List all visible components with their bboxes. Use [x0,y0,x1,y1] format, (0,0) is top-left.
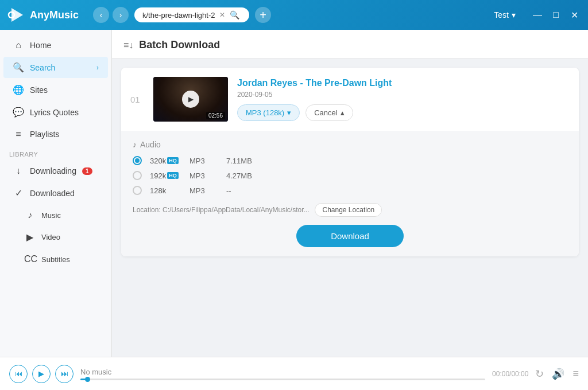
sidebar-item-playlists[interactable]: ≡ Playlists [3,124,108,145]
player-track-info: No music [80,368,485,380]
progress-bar[interactable] [80,379,485,380]
quality-row-320k: 320k HQ MP3 7.11MB [133,156,567,165]
player-play-button[interactable]: ▶ [32,365,51,383]
player-next-button[interactable]: ⏭ [55,365,74,383]
download-button[interactable]: Download [296,225,404,247]
player-queue-button[interactable]: ≡ [572,368,579,380]
search-chevron-icon: › [96,64,99,72]
size-128k: -- [226,186,231,195]
content-area: ≡↓ Batch Download 01 ▶ 02:56 Jordan Reye… [112,30,588,357]
player-repeat-button[interactable]: ↻ [535,368,544,380]
sidebar-item-downloaded[interactable]: ✓ Downloaded [3,182,108,204]
format-select-button[interactable]: MP3 (128k) ▾ [237,104,300,121]
player-bar: ⏮ ▶ ⏭ No music 00:00/00:00 ↻ 🔊 ≡ [0,357,588,390]
download-panel: ♪ Audio 320k HQ MP3 7.11MB [121,131,579,256]
sidebar-item-search[interactable]: 🔍 Search › [3,57,108,78]
tab-close-icon[interactable]: ✕ [219,11,225,19]
music-icon: ♪ [24,210,36,220]
sidebar-item-music[interactable]: ♪ Music [3,205,108,225]
sites-icon: 🌐 [13,84,24,95]
content-body: 01 ▶ 02:56 Jordan Reyes - The Pre-Dawn L… [112,58,588,357]
cancel-button[interactable]: Cancel ▴ [305,104,353,121]
logo-icon [7,6,25,24]
svg-marker-0 [11,8,23,22]
sidebar-item-sites[interactable]: 🌐 Sites [3,79,108,100]
downloaded-icon: ✓ [13,188,24,198]
subtitles-icon: CC [24,254,36,264]
format-dropdown-icon: ▾ [287,108,291,117]
track-actions: MP3 (128k) ▾ Cancel ▴ [237,104,570,121]
format-label: MP3 (128k) [246,108,284,117]
sidebar-item-downloading[interactable]: ↓ Downloading 1 [3,161,108,181]
player-prev-button[interactable]: ⏮ [9,365,28,383]
quality-radio-128k[interactable] [133,186,142,195]
format-320k: MP3 [189,157,218,165]
format-192k: MP3 [189,171,218,180]
close-button[interactable]: ✕ [567,8,581,22]
track-number: 01 [130,95,144,104]
quality-radio-192k[interactable] [133,171,142,180]
user-menu[interactable]: Test ▾ [494,10,516,20]
downloading-badge: 1 [82,167,92,175]
audio-section-title: ♪ Audio [133,140,567,149]
size-192k: 4.27MB [226,171,252,180]
sidebar-lyrics-label: Lyrics Quotes [30,108,79,117]
player-controls: ⏮ ▶ ⏭ [9,365,74,383]
player-no-music-label: No music [80,368,485,376]
quality-value-128k: 128k [150,186,166,195]
batch-download-icon: ≡↓ [123,40,133,50]
sidebar-sites-label: Sites [30,85,48,95]
location-text: Location: C:/Users/Filippa/AppData/Local… [133,206,309,214]
sidebar-item-lyrics[interactable]: 💬 Lyrics Quotes [3,102,108,123]
video-icon: ▶ [24,232,36,243]
hq-badge-192k: HQ [167,172,179,179]
hq-badge-320k: HQ [167,157,179,164]
player-right-controls: ↻ 🔊 ≡ [535,368,579,380]
sidebar-item-subtitles[interactable]: CC Subtitles [3,249,108,270]
search-tab[interactable]: k/the-pre-dawn-light-2 ✕ 🔍 [134,7,249,22]
quality-label-128k: 128k [150,186,181,195]
downloading-icon: ↓ [13,166,24,176]
quality-radio-320k[interactable] [133,156,142,165]
cancel-label: Cancel [314,108,337,117]
sidebar-search-label: Search [30,63,55,72]
audio-section-label: Audio [140,140,161,149]
quality-value-192k: 192k [150,171,166,180]
maximize-button[interactable]: □ [549,8,563,22]
logo-area: AnyMusic [7,6,87,24]
track-info: Jordan Reyes - The Pre-Dawn Light 2020-0… [237,78,570,121]
nav-back-button[interactable]: ‹ [93,7,109,23]
sidebar-item-video[interactable]: ▶ Video [3,227,108,248]
player-volume-button[interactable]: 🔊 [552,368,564,380]
track-title: Jordan Reyes - The Pre-Dawn Light [237,78,570,88]
thumbnail-play-button[interactable]: ▶ [182,91,199,108]
window-controls: — □ ✕ [531,8,581,22]
sidebar-downloaded-label: Downloaded [30,189,75,198]
library-section-label: Library [0,145,111,160]
add-tab-button[interactable]: + [255,7,271,23]
track-card: 01 ▶ 02:56 Jordan Reyes - The Pre-Dawn L… [121,68,579,256]
quality-value-320k: 320k [150,157,166,165]
home-icon: ⌂ [13,40,24,50]
tab-text: k/the-pre-dawn-light-2 [142,11,215,20]
content-header: ≡↓ Batch Download [112,30,588,58]
quality-row-128k: 128k MP3 -- [133,186,567,195]
minimize-button[interactable]: — [531,8,544,22]
track-duration: 02:56 [206,112,225,119]
change-location-button[interactable]: Change Location [315,203,382,217]
size-320k: 7.11MB [226,157,252,165]
quality-label-320k: 320k HQ [150,157,181,165]
user-chevron-icon: ▾ [512,10,516,20]
lyrics-icon: 💬 [13,107,24,118]
sidebar-item-home[interactable]: ⌂ Home [3,35,108,56]
cancel-chevron-icon: ▴ [341,108,345,117]
track-date: 2020-09-05 [237,91,570,99]
sidebar-subtitles-label: Subtitles [41,255,70,264]
location-row: Location: C:/Users/Filippa/AppData/Local… [133,203,567,217]
nav-forward-button[interactable]: › [113,7,129,23]
main-layout: ⌂ Home 🔍 Search › 🌐 Sites 💬 Lyrics Quote… [0,30,588,357]
search-icon: 🔍 [13,62,24,73]
progress-dot [85,377,90,382]
nav-buttons: ‹ › [93,7,129,23]
titlebar: AnyMusic ‹ › k/the-pre-dawn-light-2 ✕ 🔍 … [0,0,588,30]
